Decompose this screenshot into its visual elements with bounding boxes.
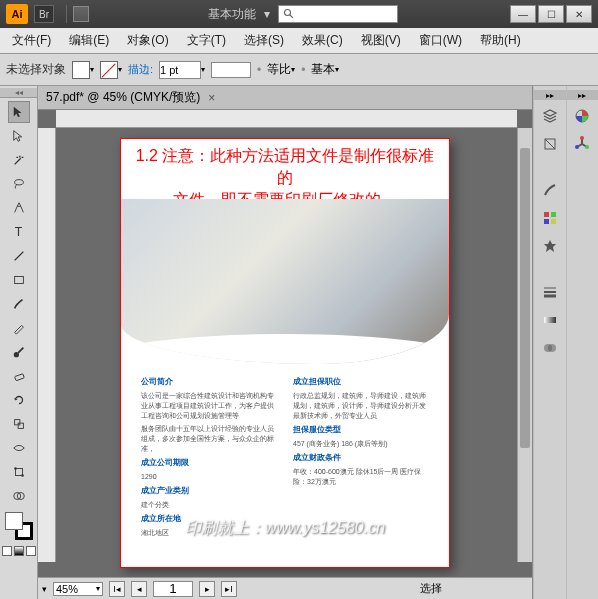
arrange-docs-icon[interactable] [73,6,89,22]
direct-selection-tool[interactable] [8,125,30,147]
svg-point-0 [284,10,290,16]
scale-tool[interactable] [8,413,30,435]
svg-rect-9 [18,423,23,428]
color-panel-icon[interactable] [570,104,594,128]
svg-rect-16 [544,212,549,217]
svg-rect-7 [14,374,24,381]
tool-mode-label: 选择 [420,581,442,596]
pen-tool[interactable] [8,197,30,219]
symbols-panel-icon[interactable] [538,234,562,258]
type-tool[interactable]: T [8,221,30,243]
svg-rect-19 [551,219,556,224]
svg-point-2 [14,180,23,185]
menu-window[interactable]: 窗口(W) [411,28,470,53]
svg-point-28 [585,145,589,149]
svg-point-27 [580,136,584,140]
app-logo-icon: Ai [6,4,28,24]
selection-tool[interactable] [8,101,30,123]
free-transform-tool[interactable] [8,461,30,483]
svg-line-1 [289,15,292,18]
zoom-dec[interactable]: ▾ [42,584,47,594]
stroke-weight-input[interactable] [159,61,201,79]
search-icon [283,8,295,20]
vertical-scrollbar[interactable] [517,128,532,562]
brochure-hero-image [121,199,449,364]
menu-select[interactable]: 选择(S) [236,28,292,53]
zoom-level[interactable]: 45%▾ [53,582,103,596]
document-tab[interactable]: 57.pdf* @ 45% (CMYK/预览) × [38,86,532,110]
workspace-switcher[interactable]: 基本功能 [208,6,256,23]
artboards-panel-icon[interactable] [538,132,562,156]
brushes-panel-icon[interactable] [538,178,562,202]
eraser-tool[interactable] [8,365,30,387]
horizontal-ruler [56,110,517,128]
style-dropdown[interactable]: 基本 [311,61,335,78]
title-bar: Ai Br 基本功能 ▾ — ☐ ✕ [0,0,598,28]
artboard[interactable]: 1.2 注意：此种方法适用文件是制作很标准的 文件，即不需要印刷厂修改的。 公司… [120,138,450,568]
menu-help[interactable]: 帮助(H) [472,28,529,53]
color-mode[interactable] [2,546,12,556]
document-title: 57.pdf* @ 45% (CMYK/预览) [46,89,200,106]
magic-wand-tool[interactable] [8,149,30,171]
maximize-button[interactable]: ☐ [538,5,564,23]
svg-rect-23 [544,317,556,323]
gradient-panel-icon[interactable] [538,308,562,332]
panel-collapse-1[interactable]: ▸▸ [534,90,566,100]
toolbox-collapse[interactable]: ◂◂ [0,88,37,98]
menu-view[interactable]: 视图(V) [353,28,409,53]
width-tool[interactable] [8,437,30,459]
layers-panel-icon[interactable] [538,104,562,128]
stroke-panel-icon[interactable] [538,280,562,304]
selection-status: 未选择对象 [6,61,66,78]
menu-effect[interactable]: 效果(C) [294,28,351,53]
watermark: 印刷就上：www.ys12580.cn [121,518,449,539]
blob-brush-tool[interactable] [8,341,30,363]
close-button[interactable]: ✕ [566,5,592,23]
scale-mode[interactable]: 等比 [267,61,291,78]
panel-collapse-2[interactable]: ▸▸ [567,90,599,100]
page-input[interactable] [153,581,193,597]
rotate-tool[interactable] [8,389,30,411]
pencil-tool[interactable] [8,317,30,339]
rectangle-tool[interactable] [8,269,30,291]
vsp-dropdown[interactable] [211,62,251,78]
transparency-panel-icon[interactable] [538,336,562,360]
color-guide-panel-icon[interactable] [570,132,594,156]
prev-page-button[interactable]: ◂ [131,581,147,597]
control-bar: 未选择对象 ▾ ▾ 描边: ▾ • 等比▾ • 基本▾ [0,54,598,86]
none-mode[interactable] [26,546,36,556]
menu-edit[interactable]: 编辑(E) [61,28,117,53]
gradient-mode[interactable] [14,546,24,556]
menu-file[interactable]: 文件(F) [4,28,59,53]
minimize-button[interactable]: — [510,5,536,23]
vertical-ruler [38,128,56,562]
bridge-icon[interactable]: Br [34,5,54,23]
svg-point-25 [548,344,556,352]
fill-swatch[interactable] [72,61,90,79]
first-page-button[interactable]: I◂ [109,581,125,597]
last-page-button[interactable]: ▸I [221,581,237,597]
stroke-label[interactable]: 描边: [128,62,153,77]
next-page-button[interactable]: ▸ [199,581,215,597]
panel-dock: ▸▸ ▸▸ [532,86,598,599]
menu-bar: 文件(F) 编辑(E) 对象(O) 文字(T) 选择(S) 效果(C) 视图(V… [0,28,598,54]
fill-stroke-control[interactable] [5,512,33,540]
svg-point-11 [14,467,17,470]
svg-rect-10 [15,469,22,476]
svg-rect-17 [551,212,556,217]
canvas[interactable]: 1.2 注意：此种方法适用文件是制作很标准的 文件，即不需要印刷厂修改的。 公司… [38,110,532,577]
menu-object[interactable]: 对象(O) [119,28,176,53]
paintbrush-tool[interactable] [8,293,30,315]
svg-point-12 [21,474,24,477]
swatches-panel-icon[interactable] [538,206,562,230]
shape-builder-tool[interactable] [8,485,30,507]
search-input[interactable] [278,5,398,23]
menu-type[interactable]: 文字(T) [179,28,234,53]
svg-line-4 [14,252,23,261]
lasso-tool[interactable] [8,173,30,195]
svg-point-29 [575,145,579,149]
line-tool[interactable] [8,245,30,267]
stroke-swatch[interactable] [100,61,118,79]
close-tab-icon[interactable]: × [208,91,215,105]
status-bar: ▾ 45%▾ I◂ ◂ ▸ ▸I 选择 [38,577,532,599]
